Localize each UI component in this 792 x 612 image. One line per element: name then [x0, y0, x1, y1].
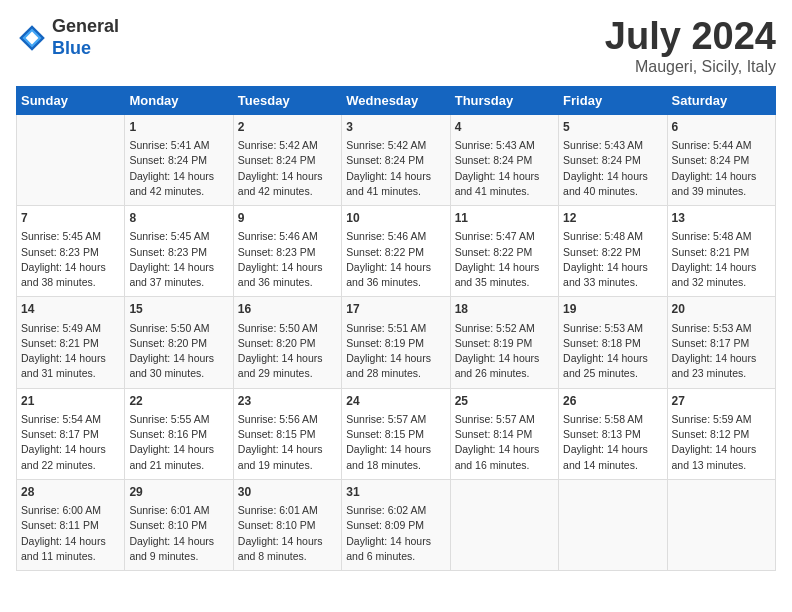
calendar-cell: [559, 479, 667, 570]
calendar-cell: 2Sunrise: 5:42 AMSunset: 8:24 PMDaylight…: [233, 114, 341, 205]
day-info: Sunrise: 6:02 AMSunset: 8:09 PMDaylight:…: [346, 503, 445, 564]
day-number: 7: [21, 210, 120, 227]
calendar-cell: 10Sunrise: 5:46 AMSunset: 8:22 PMDayligh…: [342, 206, 450, 297]
day-number: 26: [563, 393, 662, 410]
day-info: Sunrise: 5:56 AMSunset: 8:15 PMDaylight:…: [238, 412, 337, 473]
day-info: Sunrise: 5:57 AMSunset: 8:14 PMDaylight:…: [455, 412, 554, 473]
day-info: Sunrise: 5:46 AMSunset: 8:22 PMDaylight:…: [346, 229, 445, 290]
day-info: Sunrise: 5:57 AMSunset: 8:15 PMDaylight:…: [346, 412, 445, 473]
day-number: 17: [346, 301, 445, 318]
day-info: Sunrise: 5:43 AMSunset: 8:24 PMDaylight:…: [563, 138, 662, 199]
calendar-cell: 8Sunrise: 5:45 AMSunset: 8:23 PMDaylight…: [125, 206, 233, 297]
day-number: 29: [129, 484, 228, 501]
day-number: 30: [238, 484, 337, 501]
calendar-cell: 21Sunrise: 5:54 AMSunset: 8:17 PMDayligh…: [17, 388, 125, 479]
title-area: July 2024 Maugeri, Sicily, Italy: [605, 16, 776, 76]
calendar-cell: 25Sunrise: 5:57 AMSunset: 8:14 PMDayligh…: [450, 388, 558, 479]
calendar-cell: 26Sunrise: 5:58 AMSunset: 8:13 PMDayligh…: [559, 388, 667, 479]
calendar-cell: 31Sunrise: 6:02 AMSunset: 8:09 PMDayligh…: [342, 479, 450, 570]
day-info: Sunrise: 5:47 AMSunset: 8:22 PMDaylight:…: [455, 229, 554, 290]
month-title: July 2024: [605, 16, 776, 58]
day-number: 5: [563, 119, 662, 136]
day-number: 28: [21, 484, 120, 501]
day-number: 9: [238, 210, 337, 227]
day-info: Sunrise: 5:58 AMSunset: 8:13 PMDaylight:…: [563, 412, 662, 473]
day-info: Sunrise: 5:53 AMSunset: 8:18 PMDaylight:…: [563, 321, 662, 382]
day-number: 23: [238, 393, 337, 410]
day-number: 21: [21, 393, 120, 410]
calendar-cell: 9Sunrise: 5:46 AMSunset: 8:23 PMDaylight…: [233, 206, 341, 297]
calendar-cell: 4Sunrise: 5:43 AMSunset: 8:24 PMDaylight…: [450, 114, 558, 205]
day-number: 14: [21, 301, 120, 318]
calendar-cell: 1Sunrise: 5:41 AMSunset: 8:24 PMDaylight…: [125, 114, 233, 205]
day-number: 24: [346, 393, 445, 410]
day-info: Sunrise: 5:50 AMSunset: 8:20 PMDaylight:…: [129, 321, 228, 382]
day-number: 2: [238, 119, 337, 136]
calendar-cell: 13Sunrise: 5:48 AMSunset: 8:21 PMDayligh…: [667, 206, 775, 297]
day-info: Sunrise: 5:42 AMSunset: 8:24 PMDaylight:…: [346, 138, 445, 199]
calendar-cell: 18Sunrise: 5:52 AMSunset: 8:19 PMDayligh…: [450, 297, 558, 388]
logo-blue-text: Blue: [52, 38, 119, 60]
calendar-cell: 16Sunrise: 5:50 AMSunset: 8:20 PMDayligh…: [233, 297, 341, 388]
day-info: Sunrise: 5:42 AMSunset: 8:24 PMDaylight:…: [238, 138, 337, 199]
calendar-cell: [450, 479, 558, 570]
calendar-cell: [667, 479, 775, 570]
day-info: Sunrise: 5:59 AMSunset: 8:12 PMDaylight:…: [672, 412, 771, 473]
calendar-cell: 11Sunrise: 5:47 AMSunset: 8:22 PMDayligh…: [450, 206, 558, 297]
day-number: 25: [455, 393, 554, 410]
location-title: Maugeri, Sicily, Italy: [605, 58, 776, 76]
day-info: Sunrise: 5:45 AMSunset: 8:23 PMDaylight:…: [21, 229, 120, 290]
day-number: 6: [672, 119, 771, 136]
day-number: 11: [455, 210, 554, 227]
day-info: Sunrise: 5:48 AMSunset: 8:21 PMDaylight:…: [672, 229, 771, 290]
calendar-cell: 14Sunrise: 5:49 AMSunset: 8:21 PMDayligh…: [17, 297, 125, 388]
day-number: 22: [129, 393, 228, 410]
logo: General Blue: [16, 16, 119, 59]
calendar-week-row: 21Sunrise: 5:54 AMSunset: 8:17 PMDayligh…: [17, 388, 776, 479]
header: General Blue July 2024 Maugeri, Sicily, …: [16, 16, 776, 76]
calendar-week-row: 28Sunrise: 6:00 AMSunset: 8:11 PMDayligh…: [17, 479, 776, 570]
day-info: Sunrise: 5:43 AMSunset: 8:24 PMDaylight:…: [455, 138, 554, 199]
calendar-cell: 5Sunrise: 5:43 AMSunset: 8:24 PMDaylight…: [559, 114, 667, 205]
day-info: Sunrise: 5:41 AMSunset: 8:24 PMDaylight:…: [129, 138, 228, 199]
weekday-header-friday: Friday: [559, 86, 667, 114]
calendar-cell: 20Sunrise: 5:53 AMSunset: 8:17 PMDayligh…: [667, 297, 775, 388]
day-info: Sunrise: 5:46 AMSunset: 8:23 PMDaylight:…: [238, 229, 337, 290]
day-number: 19: [563, 301, 662, 318]
day-info: Sunrise: 5:50 AMSunset: 8:20 PMDaylight:…: [238, 321, 337, 382]
calendar-cell: 30Sunrise: 6:01 AMSunset: 8:10 PMDayligh…: [233, 479, 341, 570]
day-number: 12: [563, 210, 662, 227]
day-info: Sunrise: 5:52 AMSunset: 8:19 PMDaylight:…: [455, 321, 554, 382]
logo-text: General Blue: [52, 16, 119, 59]
calendar-cell: 7Sunrise: 5:45 AMSunset: 8:23 PMDaylight…: [17, 206, 125, 297]
calendar-cell: 23Sunrise: 5:56 AMSunset: 8:15 PMDayligh…: [233, 388, 341, 479]
day-number: 10: [346, 210, 445, 227]
day-info: Sunrise: 6:01 AMSunset: 8:10 PMDaylight:…: [238, 503, 337, 564]
logo-icon: [16, 22, 48, 54]
calendar-cell: 15Sunrise: 5:50 AMSunset: 8:20 PMDayligh…: [125, 297, 233, 388]
day-info: Sunrise: 5:48 AMSunset: 8:22 PMDaylight:…: [563, 229, 662, 290]
calendar-cell: 17Sunrise: 5:51 AMSunset: 8:19 PMDayligh…: [342, 297, 450, 388]
day-info: Sunrise: 5:51 AMSunset: 8:19 PMDaylight:…: [346, 321, 445, 382]
calendar-week-row: 1Sunrise: 5:41 AMSunset: 8:24 PMDaylight…: [17, 114, 776, 205]
day-number: 8: [129, 210, 228, 227]
day-number: 31: [346, 484, 445, 501]
calendar-week-row: 14Sunrise: 5:49 AMSunset: 8:21 PMDayligh…: [17, 297, 776, 388]
day-info: Sunrise: 5:49 AMSunset: 8:21 PMDaylight:…: [21, 321, 120, 382]
calendar-cell: 22Sunrise: 5:55 AMSunset: 8:16 PMDayligh…: [125, 388, 233, 479]
day-number: 27: [672, 393, 771, 410]
calendar-cell: 3Sunrise: 5:42 AMSunset: 8:24 PMDaylight…: [342, 114, 450, 205]
day-number: 13: [672, 210, 771, 227]
calendar-table: SundayMondayTuesdayWednesdayThursdayFrid…: [16, 86, 776, 571]
calendar-cell: 6Sunrise: 5:44 AMSunset: 8:24 PMDaylight…: [667, 114, 775, 205]
calendar-cell: 12Sunrise: 5:48 AMSunset: 8:22 PMDayligh…: [559, 206, 667, 297]
calendar-cell: [17, 114, 125, 205]
day-number: 20: [672, 301, 771, 318]
calendar-cell: 28Sunrise: 6:00 AMSunset: 8:11 PMDayligh…: [17, 479, 125, 570]
weekday-header-saturday: Saturday: [667, 86, 775, 114]
day-number: 4: [455, 119, 554, 136]
weekday-header-thursday: Thursday: [450, 86, 558, 114]
day-info: Sunrise: 5:53 AMSunset: 8:17 PMDaylight:…: [672, 321, 771, 382]
day-info: Sunrise: 5:44 AMSunset: 8:24 PMDaylight:…: [672, 138, 771, 199]
weekday-header-wednesday: Wednesday: [342, 86, 450, 114]
